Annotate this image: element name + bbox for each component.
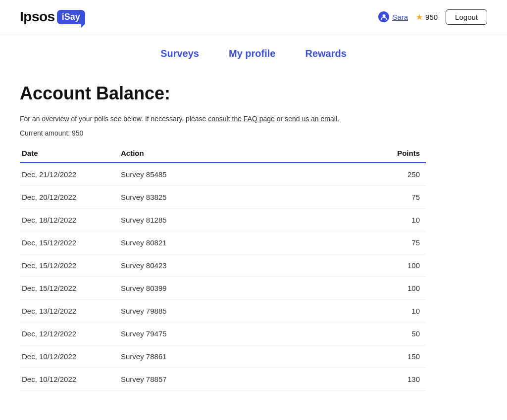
cell-points: 100 [366, 254, 426, 277]
cell-date: Dec, 10/12/2022 [20, 345, 119, 368]
column-header-action: Action [119, 145, 366, 163]
cell-date: Dec, 13/12/2022 [20, 300, 119, 323]
column-header-date: Date [20, 145, 119, 163]
svg-point-0 [382, 14, 385, 17]
cell-date: Dec, 10/12/2022 [20, 368, 119, 391]
cell-points: 10 [366, 300, 426, 323]
cell-date: Dec, 15/12/2022 [20, 232, 119, 254]
header-right: Sara ★ 950 Logout [378, 9, 487, 25]
cell-action: Survey 78857 [119, 368, 366, 391]
cell-action: Survey 79885 [119, 300, 366, 323]
cell-points: 100 [366, 277, 426, 300]
cell-action: Survey 80423 [119, 254, 366, 277]
page-title: Account Balance: [20, 83, 426, 104]
cell-action: Survey 79475 [119, 323, 366, 345]
description-text: For an overview of your polls see below.… [20, 114, 426, 124]
points-display: ★ 950 [416, 12, 438, 22]
cell-date: Dec, 21/12/2022 [20, 163, 119, 186]
user-info: Sara [378, 11, 408, 22]
table-row: Dec, 15/12/2022Survey 8082175 [20, 232, 426, 254]
cell-date: Dec, 15/12/2022 [20, 254, 119, 277]
logo-area: Ipsos iSay [20, 9, 85, 25]
logo-isay: iSay [57, 10, 85, 24]
cell-points: 75 [366, 232, 426, 254]
nav-surveys[interactable]: Surveys [160, 48, 199, 59]
cell-points: 150 [366, 345, 426, 368]
description-prefix: For an overview of your polls see below.… [20, 115, 208, 123]
cell-points: 250 [366, 163, 426, 186]
logout-button[interactable]: Logout [446, 9, 487, 25]
user-name-link[interactable]: Sara [392, 13, 408, 21]
header: Ipsos iSay Sara ★ 950 Logout [0, 0, 507, 34]
cell-points: 50 [366, 323, 426, 345]
table-row: Dec, 10/12/2022Survey 78861150 [20, 345, 426, 368]
table-row: Dec, 15/12/2022Survey 80399100 [20, 277, 426, 300]
points-value: 950 [425, 13, 438, 21]
table-row: Dec, 15/12/2022Survey 80423100 [20, 254, 426, 277]
cell-action: Survey 83825 [119, 186, 366, 209]
cell-points: 10 [366, 209, 426, 232]
table-body: Dec, 21/12/2022Survey 85485250Dec, 20/12… [20, 163, 426, 391]
table-row: Dec, 18/12/2022Survey 8128510 [20, 209, 426, 232]
cell-action: Survey 81285 [119, 209, 366, 232]
cell-points: 130 [366, 368, 426, 391]
cell-date: Dec, 12/12/2022 [20, 323, 119, 345]
table-row: Dec, 10/12/2022Survey 78857130 [20, 368, 426, 391]
nav-my-profile[interactable]: My profile [229, 48, 275, 59]
table-row: Dec, 20/12/2022Survey 8382575 [20, 186, 426, 209]
table-header-row: Date Action Points [20, 145, 426, 163]
cell-date: Dec, 15/12/2022 [20, 277, 119, 300]
table-row: Dec, 13/12/2022Survey 7988510 [20, 300, 426, 323]
faq-link[interactable]: consult the FAQ page [208, 115, 275, 123]
email-link[interactable]: send us an email. [285, 115, 339, 123]
main-nav: Surveys My profile Rewards [0, 34, 507, 68]
cell-action: Survey 85485 [119, 163, 366, 186]
user-icon [378, 11, 389, 22]
description-middle: or [275, 115, 285, 123]
cell-date: Dec, 20/12/2022 [20, 186, 119, 209]
logo-ipsos: Ipsos [20, 9, 55, 25]
cell-action: Survey 80821 [119, 232, 366, 254]
cell-action: Survey 80399 [119, 277, 366, 300]
table-row: Dec, 12/12/2022Survey 7947550 [20, 323, 426, 345]
cell-date: Dec, 18/12/2022 [20, 209, 119, 232]
nav-rewards[interactable]: Rewards [305, 48, 346, 59]
table-row: Dec, 21/12/2022Survey 85485250 [20, 163, 426, 186]
star-icon: ★ [416, 12, 423, 22]
current-amount: Current amount: 950 [20, 129, 426, 137]
column-header-points: Points [366, 145, 426, 163]
balance-table: Date Action Points Dec, 21/12/2022Survey… [20, 145, 426, 391]
cell-action: Survey 78861 [119, 345, 366, 368]
cell-points: 75 [366, 186, 426, 209]
main-content: Account Balance: For an overview of your… [0, 68, 446, 406]
